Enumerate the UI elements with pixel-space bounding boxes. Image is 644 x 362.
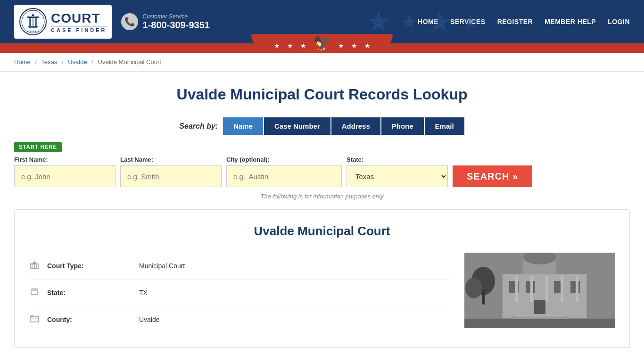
breadcrumb-city[interactable]: Uvalde — [68, 58, 87, 66]
svg-rect-42 — [516, 314, 563, 317]
nav-login[interactable]: LOGIN — [608, 18, 630, 25]
cs-label: Customer Service — [143, 13, 210, 20]
nav-register[interactable]: REGISTER — [497, 18, 533, 25]
main-content: Uvalde Municipal Court Records Lookup Se… — [0, 72, 644, 357]
court-image — [464, 253, 615, 328]
last-name-label: Last Name: — [120, 156, 222, 163]
court-card: Uvalde Municipal Court — [14, 209, 630, 348]
first-name-field: First Name: — [14, 156, 116, 187]
eagle-symbol: 🦅 — [314, 35, 331, 51]
tab-phone[interactable]: Phone — [381, 117, 424, 135]
court-type-key: Court Type: — [47, 262, 132, 270]
county-icon — [29, 314, 40, 325]
svg-rect-12 — [30, 263, 39, 264]
state-icon — [29, 287, 40, 298]
red-banner: ★ ★ ★ 🦅 ★ ★ ★ — [0, 43, 644, 53]
svg-rect-37 — [545, 276, 548, 302]
logo-court-label: COURT — [51, 11, 100, 26]
county-val: Uvalde — [139, 316, 160, 323]
state-row: State: TX — [29, 280, 450, 306]
svg-text:★ ★ ★ ★ ★: ★ ★ ★ ★ ★ — [25, 9, 41, 12]
svg-marker-16 — [33, 261, 36, 263]
svg-text:★ ★ ★ ★ ★: ★ ★ ★ ★ ★ — [27, 30, 40, 33]
court-building-svg — [464, 253, 615, 328]
svg-point-25 — [465, 278, 482, 298]
eagle-stars-row: ★ ★ ★ 🦅 ★ ★ ★ — [274, 37, 371, 54]
search-by-label: Search by: — [179, 122, 218, 131]
state-label: State: — [347, 156, 448, 163]
first-name-label: First Name: — [14, 156, 116, 163]
info-disclaimer: The following is for information purpose… — [14, 193, 630, 200]
svg-rect-38 — [561, 276, 563, 302]
svg-rect-4 — [27, 16, 39, 18]
svg-rect-39 — [576, 276, 578, 302]
logo[interactable]: ★ ★ ★ ★ ★ ★ ★ ★ ★ ★ COURT CASE FINDER — [14, 5, 112, 39]
svg-rect-36 — [530, 276, 533, 302]
breadcrumb-sep-1: / — [35, 58, 37, 66]
search-by-row: Search by: Name Case Number Address Phon… — [14, 117, 630, 135]
star-right-2: ★ — [351, 42, 357, 49]
state-select[interactable]: Texas Alabama Alaska Arizona Arkansas Ca… — [347, 165, 448, 187]
tab-email[interactable]: Email — [425, 117, 464, 135]
search-form-container: START HERE First Name: Last Name: City (… — [14, 142, 630, 187]
last-name-input[interactable] — [120, 165, 222, 187]
search-form-row: First Name: Last Name: City (optional): … — [14, 156, 630, 187]
last-name-field: Last Name: — [120, 156, 222, 187]
star-left-3: ★ — [300, 42, 306, 49]
cs-phone: 1-800-309-9351 — [143, 20, 210, 31]
county-key: County: — [47, 316, 132, 323]
court-type-val: Municipal Court — [139, 262, 185, 270]
cs-text: Customer Service 1-800-309-9351 — [143, 13, 210, 31]
state-field: State: Texas Alabama Alaska Arizona Arka… — [347, 156, 448, 187]
svg-rect-24 — [482, 290, 485, 304]
breadcrumb-sep-3: / — [91, 58, 93, 66]
eagle-container: ★ ★ ★ 🦅 ★ ★ ★ — [274, 35, 371, 51]
tab-case-number[interactable]: Case Number — [264, 117, 330, 135]
customer-service: 📞 Customer Service 1-800-309-9351 — [121, 13, 210, 31]
nav-member-help[interactable]: MEMBER HELP — [545, 18, 596, 25]
tab-address[interactable]: Address — [331, 117, 380, 135]
logo-case-finder-label: CASE FINDER — [51, 26, 107, 33]
svg-rect-35 — [515, 276, 518, 302]
start-here-badge: START HERE — [14, 142, 62, 152]
svg-marker-9 — [32, 13, 34, 16]
star-left-1: ★ — [274, 42, 280, 49]
breadcrumb-state[interactable]: Texas — [41, 58, 57, 66]
tab-name[interactable]: Name — [223, 117, 263, 135]
breadcrumb-court: Uvalde Municipal Court — [98, 58, 161, 66]
logo-emblem: ★ ★ ★ ★ ★ ★ ★ ★ ★ ★ — [19, 8, 47, 36]
court-type-row: Court Type: Municipal Court — [29, 253, 450, 280]
svg-rect-18 — [31, 289, 38, 291]
star-left-2: ★ — [287, 42, 293, 49]
county-row: County: Uvalde — [29, 306, 450, 333]
breadcrumb-sep-2: / — [62, 58, 64, 66]
court-type-icon — [29, 260, 40, 272]
first-name-input[interactable] — [14, 165, 116, 187]
breadcrumb: Home / Texas / Uvalde / Uvalde Municipal… — [0, 53, 644, 72]
svg-rect-20 — [30, 316, 39, 322]
city-field: City (optional): — [226, 156, 342, 187]
star-right-1: ★ — [338, 42, 344, 49]
header-left: ★ ★ ★ ★ ★ ★ ★ ★ ★ ★ COURT CASE FINDER 📞 … — [14, 5, 210, 39]
court-card-title: Uvalde Municipal Court — [29, 224, 615, 239]
phone-icon: 📞 — [121, 13, 138, 30]
search-button[interactable]: SEARCH » — [453, 165, 532, 187]
city-label: City (optional): — [226, 156, 342, 163]
svg-rect-40 — [464, 319, 615, 328]
city-input[interactable] — [226, 165, 342, 187]
court-info-layout: Court Type: Municipal Court State: TX — [29, 253, 615, 333]
svg-rect-8 — [28, 26, 38, 27]
star-right-3: ★ — [364, 42, 371, 49]
breadcrumb-home[interactable]: Home — [14, 58, 31, 66]
page-title: Uvalde Municipal Court Records Lookup — [14, 86, 630, 103]
logo-text: COURT CASE FINDER — [51, 11, 107, 33]
state-val: TX — [139, 289, 148, 296]
court-info-table: Court Type: Municipal Court State: TX — [29, 253, 450, 333]
state-key: State: — [47, 289, 132, 296]
